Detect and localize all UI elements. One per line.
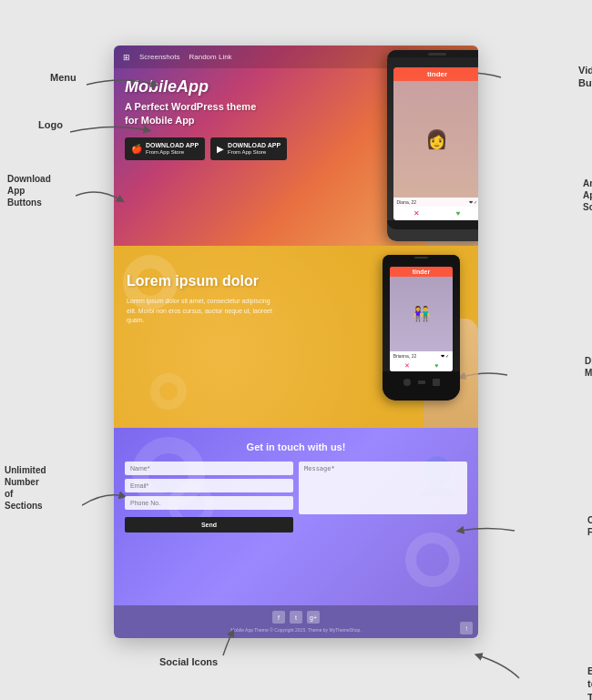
swipe-bar: Diana, 22 ❤ ✓ [393,198,478,207]
nokia-body: tinder 👫 Brianna, 22 ❤ ✓ ✕ ♥ [383,255,460,401]
menu-arrow [87,76,159,94]
play-icon: ▶ [217,144,224,154]
yellow-section: Lorem ipsum dolor Lorem ipsum dolor sit … [114,246,478,428]
playstore-text: DOWNLOAD APP From App Store [228,141,281,157]
send-button[interactable]: Send [125,517,293,533]
contact-title: Get in touch with us! [125,441,467,452]
yellow-text: Lorem ipsum dolor sit amet, consectetur … [127,297,272,326]
social-icons: f t g+ [272,611,320,624]
app-logo-screen: tinder [393,67,478,81]
message-input[interactable] [299,462,467,514]
logo-arrow [70,123,152,141]
footer-section: f t g+ Mobile App Theme © Copyright 2015… [114,605,478,638]
nokia-app-logo: tinder [390,267,454,277]
footer-copyright: Mobile App Theme © Copyright 2015. Theme… [230,627,362,633]
phone-body: tinder 👩 Diana, 22 ❤ ✓ ✕ ♥ [387,50,478,241]
contact-form: Send [125,462,467,533]
facebook-icon[interactable]: f [272,611,285,624]
nokia-phone: tinder 👫 Brianna, 22 ❤ ✓ ✕ ♥ [383,255,474,423]
email-input[interactable] [125,479,293,492]
apple-icon: 🍎 [131,144,142,154]
home-icon: ⊞ [123,53,130,62]
yellow-content: Lorem ipsum dolor Lorem ipsum dolor sit … [127,273,272,326]
back-to-top-arrow [469,651,524,683]
appstore-text: DOWNLOAD APP From App Store [146,141,199,157]
googleplus-icon[interactable]: g+ [307,611,320,624]
phone-hero: tinder 👩 Diana, 22 ❤ ✓ ✕ ♥ [387,50,478,241]
contact-section: 👤 Get in touch with us! Send [114,428,478,605]
form-right [299,462,467,533]
playstore-button[interactable]: ▶ DOWNLOAD APP From App Store [210,137,287,160]
download-arrow [76,182,126,205]
nokia-person: 👫 [390,277,454,351]
back-to-top-button[interactable]: ↑ [460,622,473,634]
random-link[interactable]: Random Link [189,53,231,61]
twitter-icon[interactable]: t [290,611,302,624]
nav-links: ⊞ Screenshots Random Link [123,53,232,62]
name-input[interactable] [125,462,293,475]
nokia-screen: tinder 👫 Brianna, 22 ❤ ✓ ✕ ♥ [390,267,454,371]
screenshots-link[interactable]: Screenshots [139,53,179,61]
form-left: Send [125,462,293,533]
phone-screen: tinder 👩 Diana, 22 ❤ ✓ ✕ ♥ [393,67,478,220]
phone-person-img: 👩 [393,81,478,198]
hero-section: ⊞ Screenshots Random Link MobileApp A Pe… [114,46,478,246]
yellow-title: Lorem ipsum dolor [127,273,272,289]
phone-input[interactable] [125,496,293,510]
page-wrapper: ⊞ Screenshots Random Link MobileApp A Pe… [0,0,592,700]
unlimited-arrow [82,482,128,510]
mockup-container: ⊞ Screenshots Random Link MobileApp A Pe… [114,46,478,638]
